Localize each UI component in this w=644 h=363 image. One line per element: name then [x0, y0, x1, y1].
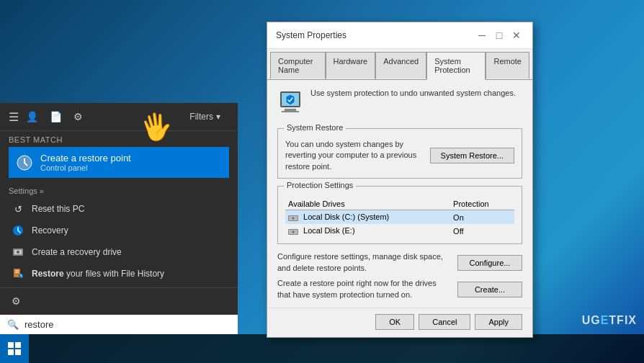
file-history-icon — [12, 267, 24, 280]
drive-c-icon — [288, 212, 303, 221]
svg-rect-6 — [15, 270, 19, 272]
dialog-top-description: Use system protection to undo unwanted s… — [310, 87, 516, 99]
dialog-footer: OK Cancel Apply — [267, 308, 532, 337]
filters-chevron-icon: ▾ — [216, 112, 220, 122]
system-restore-row: You can undo system changes by reverting… — [285, 139, 514, 172]
menu-item-reset-label: Reset this PC — [32, 204, 84, 214]
menu-item-create-recovery-label: Create a recovery drive — [32, 247, 122, 257]
desktop: ☰ 👤 📄 ⚙ Filters ▾ Best match Create a re… — [0, 0, 644, 363]
shield-computer-icon — [277, 89, 303, 120]
ok-button[interactable]: OK — [375, 314, 414, 330]
svg-rect-21 — [8, 349, 14, 355]
create-text: Create a restore point right now for the… — [277, 278, 452, 300]
close-button[interactable]: ✕ — [509, 28, 524, 42]
drive-e-icon — [288, 226, 303, 235]
start-nav-icons: 👤 📄 ⚙ — [26, 111, 83, 122]
svg-point-4 — [17, 251, 19, 254]
minimize-button[interactable]: ─ — [475, 28, 489, 42]
best-match-label: Best match — [9, 135, 229, 144]
document-icon[interactable]: 📄 — [50, 111, 62, 122]
start-menu: ☰ 👤 📄 ⚙ Filters ▾ Best match Create a re… — [0, 103, 238, 334]
search-input[interactable] — [24, 319, 231, 330]
menu-item-file-history[interactable]: Restore your files with File History — [9, 263, 229, 284]
tab-advanced[interactable]: Advanced — [375, 52, 426, 79]
dialog-titlebar: System Properties ─ □ ✕ — [267, 22, 532, 49]
best-match-section: Best match Create a restore point Contro… — [0, 131, 238, 181]
user-icon[interactable]: 👤 — [26, 111, 38, 122]
configure-text: Configure restore settings, manage disk … — [277, 251, 452, 274]
svg-rect-20 — [15, 342, 21, 348]
filters-row: Filters ▾ — [181, 109, 229, 125]
watermark: UGETFIX — [582, 314, 637, 327]
filters-label[interactable]: Filters — [189, 112, 213, 122]
reset-icon: ↺ — [12, 202, 24, 215]
drive-e-protection: Off — [450, 224, 514, 238]
configure-row: Configure restore settings, manage disk … — [277, 251, 522, 274]
menu-item-recovery-label: Recovery — [32, 225, 68, 236]
menu-item-reset[interactable]: ↺ Reset this PC — [9, 198, 229, 220]
tab-hardware[interactable]: Hardware — [326, 52, 376, 79]
recovery-icon — [12, 224, 24, 237]
menu-item-recovery[interactable]: Recovery — [9, 220, 229, 241]
create-row: Create a restore point right now for the… — [277, 278, 522, 300]
dialog-title: System Properties — [276, 30, 346, 40]
dialog-top-section: Use system protection to undo unwanted s… — [277, 87, 522, 120]
system-properties-dialog: System Properties ─ □ ✕ Computer Name Ha… — [267, 22, 533, 338]
svg-rect-12 — [282, 111, 299, 112]
maximize-button[interactable]: □ — [492, 28, 506, 42]
best-match-title: Create a restore point — [40, 153, 131, 163]
tab-remote[interactable]: Remote — [486, 52, 529, 79]
protection-settings-group: Protection Settings Available Drives Pro… — [277, 186, 522, 244]
settings-icon[interactable]: ⚙ — [73, 111, 83, 122]
tab-system-protection[interactable]: System Protection — [426, 52, 486, 80]
drive-c-cell: Local Disk (C:) (System) — [285, 210, 450, 225]
svg-rect-11 — [285, 109, 296, 111]
protection-settings-label: Protection Settings — [284, 181, 356, 189]
svg-rect-22 — [15, 349, 21, 355]
create-button[interactable]: Create... — [457, 282, 522, 297]
start-button[interactable] — [0, 334, 29, 363]
cancel-button[interactable]: Cancel — [419, 314, 470, 330]
system-restore-group-label: System Restore — [284, 123, 346, 132]
svg-rect-19 — [8, 342, 14, 348]
settings-label: Settings » — [9, 187, 229, 195]
svg-point-15 — [292, 218, 295, 220]
table-row[interactable]: Local Disk (E:) Off — [285, 224, 514, 238]
drive-e-cell: Local Disk (E:) — [285, 224, 450, 238]
svg-rect-7 — [15, 272, 19, 274]
svg-point-18 — [292, 231, 295, 233]
menu-item-file-history-label: Restore your files with File History — [32, 269, 164, 279]
search-magnifier-icon: 🔍 — [7, 319, 19, 330]
drives-table: Available Drives Protection — [285, 198, 514, 238]
drive-c-protection: On — [450, 210, 514, 225]
tab-computer-name[interactable]: Computer Name — [270, 52, 326, 79]
system-restore-button[interactable]: System Restore... — [430, 148, 514, 163]
apply-button[interactable]: Apply — [475, 314, 522, 330]
best-match-subtitle: Control panel — [40, 163, 131, 172]
settings-section: Settings » ↺ Reset this PC Recovery — [0, 181, 238, 287]
best-match-text: Create a restore point Control panel — [40, 153, 131, 172]
start-menu-header: ☰ 👤 📄 ⚙ Filters ▾ — [0, 103, 238, 131]
hamburger-icon[interactable]: ☰ — [9, 110, 19, 124]
col-drives: Available Drives — [285, 198, 450, 210]
table-row[interactable]: Local Disk (C:) (System) On — [285, 210, 514, 225]
best-match-item[interactable]: Create a restore point Control panel — [9, 147, 229, 178]
dialog-content: Use system protection to undo unwanted s… — [267, 80, 532, 308]
system-restore-text: You can undo system changes by reverting… — [285, 139, 424, 172]
start-settings-icon[interactable]: ⚙ — [9, 292, 229, 310]
configure-button[interactable]: Configure... — [457, 255, 522, 271]
col-protection: Protection — [450, 198, 514, 210]
system-restore-group: System Restore You can undo system chang… — [277, 128, 522, 179]
tab-bar: Computer Name Hardware Advanced System P… — [267, 49, 532, 80]
taskbar — [0, 334, 644, 363]
create-recovery-icon — [12, 246, 24, 259]
watermark-highlight: E — [601, 314, 609, 326]
menu-item-create-recovery[interactable]: Create a recovery drive — [9, 241, 229, 263]
restore-point-icon — [16, 154, 33, 171]
search-bar: 🔍 — [0, 315, 238, 334]
